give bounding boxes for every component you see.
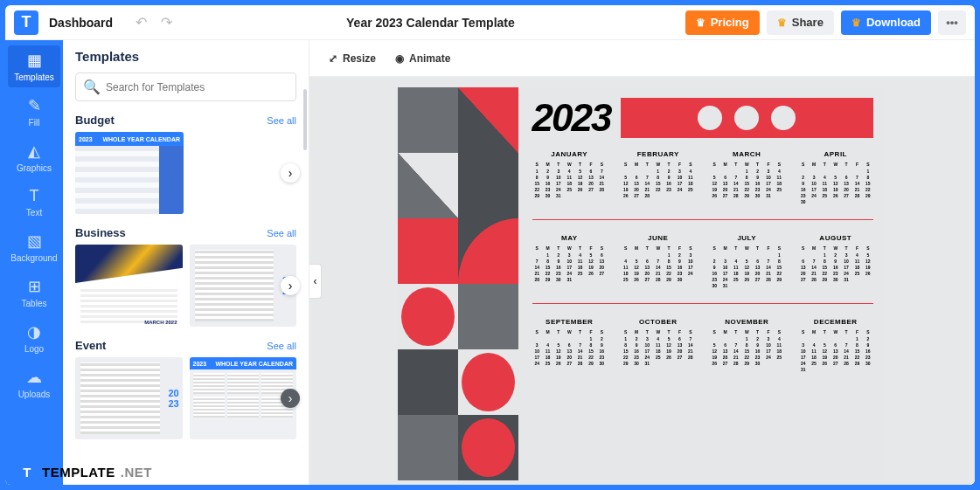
month-september: SEPTEMBERSMTWTFS123456789101112131415161… (532, 318, 608, 373)
panel-title: Templates (75, 49, 296, 64)
undo-button[interactable]: ↶ (132, 14, 150, 31)
resize-label: Resize (343, 52, 376, 65)
search-input[interactable] (106, 81, 288, 93)
month-december: DECEMBERSMTWTFS1234567891011121314151617… (798, 318, 873, 373)
next-thumb-button[interactable]: › (281, 276, 300, 295)
thumb-year: 2023 (193, 361, 207, 367)
next-thumb-button[interactable]: › (281, 389, 300, 408)
nav-fill[interactable]: ✎Fill (8, 91, 60, 133)
pricing-label: Pricing (711, 16, 749, 29)
month-february: FEBRUARYSMTWTFS1234567891011121314151617… (621, 150, 696, 205)
animate-icon: ◉ (395, 52, 404, 65)
category-event: Event (75, 339, 106, 352)
nav-label: Templates (14, 72, 54, 82)
see-all-business[interactable]: See all (267, 228, 296, 238)
templates-icon: ▦ (27, 51, 42, 70)
thumb-march: MARCH 2022 (144, 320, 177, 325)
see-all-budget[interactable]: See all (267, 115, 296, 126)
month-march: MARCHSMTWTFS1234567891011121314151617181… (710, 150, 785, 205)
collapse-panel-handle[interactable]: ‹ (309, 264, 322, 299)
watermark-suffix: .NET (121, 465, 152, 480)
nav-label: Background (10, 253, 57, 263)
month-october: OCTOBERSMTWTFS12345678910111213141516171… (621, 318, 696, 373)
see-all-event[interactable]: See all (267, 341, 296, 351)
share-button[interactable]: ♛ Share (767, 10, 834, 35)
category-business: Business (75, 226, 126, 239)
top-bar: T Dashboard ↶ ↷ Year 2023 Calendar Templ… (5, 5, 975, 40)
month-may: MAYSMTWTFS123456789101112131415161718192… (532, 234, 608, 289)
canvas-background[interactable]: ‹ 2023 JANUAR (309, 77, 975, 485)
watermark-logo: T (17, 462, 37, 481)
month-august: AUGUSTSMTWTFS123456789101112131415161718… (798, 234, 873, 289)
logo-icon: ◑ (27, 322, 41, 342)
search-icon: 🔍 (83, 79, 101, 95)
pricing-button[interactable]: ♛ Pricing (685, 10, 760, 35)
crown-icon: ♛ (696, 17, 705, 29)
month-january: JANUARYSMTWTFS12345678910111213141516171… (532, 150, 608, 205)
download-button[interactable]: ♛ Download (841, 10, 931, 35)
tables-icon: ⊞ (28, 277, 41, 296)
app-logo[interactable]: T (14, 10, 38, 35)
nav-logo[interactable]: ◑Logo (8, 317, 60, 359)
template-thumb[interactable]: MARCH 2022 (75, 245, 183, 327)
month-june: JUNESMTWTFS12345678910111213141516171819… (621, 234, 696, 289)
nav-label: Uploads (18, 390, 51, 399)
nav-uploads[interactable]: ☁Uploads (8, 362, 60, 404)
thumb-yr: 23 (168, 398, 178, 409)
nav-background[interactable]: ▧Background (8, 226, 60, 268)
nav-label: Graphics (17, 163, 52, 173)
share-label: Share (792, 16, 824, 29)
search-box[interactable]: 🔍 (75, 72, 296, 101)
nav-tables[interactable]: ⊞Tables (8, 272, 60, 314)
next-thumb-button[interactable]: › (281, 163, 300, 183)
geometric-pattern (398, 87, 518, 480)
template-thumb[interactable]: 2023 (75, 357, 183, 439)
graphics-icon: ◭ (28, 141, 40, 161)
calendar-artwork[interactable]: 2023 JANUARYSMTWTFS123456789101112131415… (398, 87, 887, 480)
thumb-whole: WHOLE YEAR CALENDAR (102, 136, 180, 142)
nav-label: Text (26, 208, 42, 217)
thumb-yr: 20 (168, 388, 178, 398)
crown-icon: ♛ (777, 17, 787, 29)
templates-panel: Templates 🔍 BudgetSee all 2023WHOLE YEAR… (63, 40, 309, 485)
month-july: JULYSMTWTFS12345678910111213141516171819… (710, 234, 785, 289)
category-budget: Budget (75, 114, 115, 127)
template-thumb[interactable]: 2023WHOLE YEAR CALENDAR (75, 132, 184, 214)
dashboard-link[interactable]: Dashboard (49, 16, 113, 30)
nav-graphics[interactable]: ◭Graphics (8, 136, 60, 178)
uploads-icon: ☁ (26, 368, 42, 387)
watermark-brand: TEMPLATE (42, 465, 115, 480)
resize-icon: ⤢ (329, 52, 337, 65)
nav-label: Fill (29, 118, 40, 128)
canvas-area: ⤢Resize ◉Animate ‹ 2023 (309, 40, 975, 485)
redo-button[interactable]: ↷ (157, 14, 176, 31)
month-april: APRILSMTWTFS1234567891011121314151617181… (798, 150, 873, 205)
calendar-year: 2023 (532, 96, 611, 140)
left-nav: ▦Templates ✎Fill ◭Graphics TText ▧Backgr… (5, 40, 63, 485)
document-title: Year 2023 Calendar Template (183, 16, 678, 30)
resize-tool[interactable]: ⤢Resize (329, 52, 376, 65)
background-icon: ▧ (27, 231, 42, 251)
thumb-whole: WHOLE YEAR CALENDAR (215, 361, 293, 367)
scrollbar[interactable] (303, 89, 307, 150)
nav-templates[interactable]: ▦Templates (8, 45, 60, 87)
animate-tool[interactable]: ◉Animate (395, 52, 450, 65)
more-button[interactable]: ••• (938, 10, 966, 35)
watermark: T TEMPLATE.NET (17, 462, 152, 481)
thumb-year: 2023 (79, 136, 93, 142)
animate-label: Animate (409, 52, 450, 65)
months-grid: JANUARYSMTWTFS12345678910111213141516171… (532, 150, 873, 373)
nav-label: Tables (22, 299, 47, 308)
nav-text[interactable]: TText (8, 182, 60, 223)
download-label: Download (866, 16, 921, 29)
nav-label: Logo (24, 344, 44, 354)
fill-icon: ✎ (28, 96, 41, 115)
month-november: NOVEMBERSMTWTFS1234567891011121314151617… (710, 318, 785, 373)
crown-icon: ♛ (851, 17, 861, 29)
decorative-dots (621, 98, 872, 138)
text-icon: T (30, 187, 39, 205)
canvas-toolbar: ⤢Resize ◉Animate (309, 40, 975, 77)
